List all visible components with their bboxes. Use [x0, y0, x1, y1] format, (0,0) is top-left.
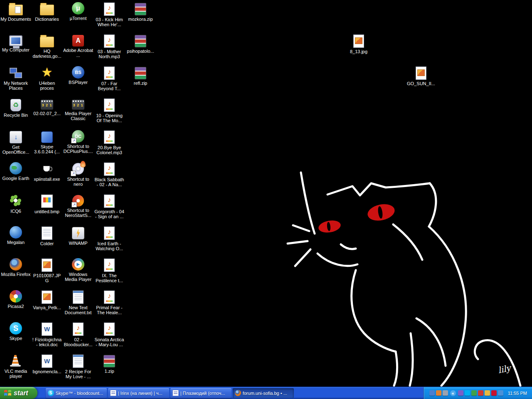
recycle-icon [10, 99, 21, 111]
desktop-icon-my-computer[interactable]: My Computer [0, 34, 31, 52]
desktop-icon-02-02-07-2[interactable]: 02-02-07_2... [32, 98, 62, 116]
taskbar-task-buttons: Skype™ - bloodcount...| Irinx (на линия)… [37, 387, 424, 399]
desktop-icon-media-player-classic[interactable]: Media Player Classic [63, 98, 94, 121]
desktop-icon-go-sun-ii[interactable]: GO_SUN_II... [406, 66, 436, 86]
audio-icon [104, 131, 115, 144]
star-icon [40, 66, 54, 79]
dcpp-icon: ↗ [72, 130, 84, 143]
tray-icon-orange-app[interactable] [436, 390, 441, 396]
desktop-icon-mozkora-zip[interactable]: mozkora.zip [125, 2, 156, 22]
icon-label: My Network Places [0, 81, 31, 91]
tray-icon-green-app[interactable] [471, 390, 477, 396]
acrobat-icon [72, 35, 84, 47]
desktop-icon-vlc-media-player[interactable]: VLC media player [0, 354, 31, 379]
wmp-icon [72, 258, 84, 271]
icon-label: HQ darkness,go... [32, 49, 62, 59]
desktop-icon-sonata-arctica-mary-lou[interactable]: Sonata Arctica - Mary-Lou ... [94, 322, 125, 347]
desktop-icon-get-openoffice[interactable]: Get OpenOffice... [0, 130, 31, 155]
desktop-icon-vanya-petk[interactable]: Vanya_Petk... [32, 290, 62, 310]
icon-label: 07 - Far Beyond T... [94, 81, 125, 91]
video-icon [41, 100, 53, 110]
desktop-icon-8-13-jpg[interactable]: 8_13.jpg [343, 34, 374, 54]
desktop-icon-03-kick-him-when-he[interactable]: 03 - Kick Him When He'... [94, 2, 125, 27]
desktop-icon-my-network-places[interactable]: My Network Places [0, 66, 31, 91]
desktop-icon-psihopatolo[interactable]: psihopatolo... [125, 34, 156, 54]
desktop-icon-google-earth[interactable]: Google Earth [0, 162, 31, 181]
desktop-icon-gorgoroth-04-sign-of-an[interactable]: Gorgoroth - 04 - Sign of an ... [94, 194, 125, 219]
desktop-icon-shortcut-to-nero[interactable]: ↗Shortcut to nero [63, 162, 94, 187]
tray-icon-red-app[interactable] [478, 390, 483, 396]
tray-icon-gray-app[interactable] [443, 390, 448, 396]
desktop-icon-2-recipe-for-my-love[interactable]: 2 Recipe For My Love - ... [63, 354, 94, 379]
desktop-icon-shortcut-to-nerostarts[interactable]: ↗Shortcut to NeroStartS... [63, 194, 94, 218]
folder-icon [40, 37, 54, 47]
video-icon [72, 100, 84, 110]
tray-icon-blue2-app[interactable] [498, 390, 503, 396]
tray-icon-skype[interactable] [465, 390, 470, 396]
tray-icon-bp[interactable] [491, 390, 497, 396]
desktop-icon-20-bye-bye-colonel-mp3[interactable]: 20.Bye Bye Colonel.mp3 [94, 130, 125, 155]
desktop-icon-u4eben-proces[interactable]: U4eben proces [32, 66, 62, 91]
desktop-icon-new-text-document-txt[interactable]: New Text Document.txt [63, 290, 94, 315]
system-tray: « 11:55 PM [424, 387, 532, 399]
icon-label: Gorgoroth - 04 - Sign of an ... [94, 209, 125, 219]
desktop-icon-dictionaries[interactable]: Dictionaries [32, 2, 62, 22]
desktop-icon-hq-darkness-go[interactable]: HQ darkness,go... [32, 34, 62, 59]
desktop-icon-xpiinstall-exe[interactable]: xpiinstall.exe [32, 162, 62, 182]
desktop-icon-skype[interactable]: Skype [0, 322, 31, 341]
desktop-icon-p1010087-jpg[interactable]: P1010087.JPG [32, 258, 62, 283]
tray-icon-purple-app[interactable] [458, 390, 463, 396]
desktop-icon-untitled-bmp[interactable]: untitled.bmp [32, 194, 62, 214]
icon-label: ! Fiziologichna - lekcii.doc [32, 337, 62, 347]
icon-label: 02 - Bloodsucker... [63, 337, 94, 347]
desktop-icon-mozilla-firefox[interactable]: Mozilla Firefox [0, 258, 31, 277]
audio-icon [104, 323, 115, 336]
desktop-icon-03-mother-north-mp3[interactable]: 03 - Mother North.mp3 [94, 34, 125, 59]
megalan-icon [10, 226, 22, 239]
firefox-icon [235, 390, 241, 396]
tray-chevron-button[interactable]: « [450, 390, 456, 396]
desktop-icon-10-opening-of-the-mo[interactable]: 10 - Opening Of The Mo... [94, 98, 125, 123]
icon-label: psihopatolo... [125, 49, 156, 54]
desktop-icon-black-sabbath-02-a-na[interactable]: Black Sabbath - 02 - A Na... [94, 162, 125, 187]
desktop-icon-07-far-beyond-t[interactable]: 07 - Far Beyond T... [94, 66, 125, 91]
taskbar-button-item[interactable]: | Плазмодий (отпоч... [170, 388, 232, 398]
taskbar-button-forum-uni-sofia-bg[interactable]: forum.uni-sofia.bg • ... [233, 388, 294, 398]
icon-label: Picasa2 [0, 304, 31, 309]
desktop-icon-megalan[interactable]: Megalan [0, 226, 31, 245]
nero2-icon: ↗ [72, 195, 84, 207]
desktop-icon-fiziologichna-lekcii-doc[interactable]: ! Fiziologichna - lekcii.doc [32, 322, 62, 347]
windows-logo-icon [4, 389, 12, 397]
icon-label: 03 - Mother North.mp3 [94, 49, 125, 59]
tray-icon-yellow-app[interactable] [485, 390, 490, 396]
tray-icons-left [429, 390, 448, 396]
desktop-icon-1-zip[interactable]: 1.zip [94, 354, 125, 374]
desktop-icon-bgnomencla[interactable]: bgnomencla... [32, 354, 62, 374]
desktop-icon-winamp[interactable]: WINAMP [63, 226, 94, 246]
desktop-icon-adobe-acrobat[interactable]: Adobe Acrobat ... [63, 34, 94, 58]
taskbar-button-skype-bloodcount[interactable]: Skype™ - bloodcount... [46, 388, 107, 398]
tray-icon-blue-app[interactable] [429, 390, 435, 396]
desktop-icon-ix-the-pestilence-t[interactable]: IX. The Pestilence t... [94, 258, 125, 283]
audio-icon [104, 227, 115, 240]
desktop[interactable]: lily My DocumentsMy ComputerMy Network P… [0, 0, 532, 387]
desktop-icon-bsplayer[interactable]: BSPlayer [63, 66, 94, 85]
desktop-icon-torrent[interactable]: µTorrent [63, 2, 94, 21]
desktop-icon-iced-earth-watching-o[interactable]: Iced Earth - Watching O... [94, 226, 125, 251]
desktop-icon-refl-zip[interactable]: refl.zip [125, 66, 156, 86]
desktop-icon-picasa2[interactable]: Picasa2 [0, 290, 31, 309]
desktop-icon-shortcut-to-dcplusplus[interactable]: ↗Shortcut to DCPlusPlus.... [63, 130, 94, 154]
desktop-icon-windows-media-player[interactable]: Windows Media Player [63, 258, 94, 282]
desktop-icon-02-bloodsucker[interactable]: 02 - Bloodsucker... [63, 322, 94, 347]
desktop-icon-recycle-bin[interactable]: Recycle Bin [0, 98, 31, 118]
desktop-icon-primal-fear-the-heale[interactable]: Primal Fear - The Heale... [94, 290, 125, 315]
desktop-icon-colder[interactable]: Colder [32, 226, 62, 246]
desktop-icon-icq6[interactable]: ICQ6 [0, 194, 31, 214]
desktop-icon-skype-3-6-0-244[interactable]: Skype 3.6.0.244 (... [32, 130, 62, 154]
taskbar-button-irinx[interactable]: | Irinx (на линия) | ч... [108, 388, 169, 398]
start-button[interactable]: start [0, 387, 37, 399]
icon-label: Colder [32, 241, 62, 246]
desktop-icon-my-documents[interactable]: My Documents [0, 2, 31, 22]
desktop-icon-grid: My DocumentsMy ComputerMy Network Places… [0, 0, 532, 387]
icon-label: 03 - Kick Him When He'... [94, 17, 125, 27]
